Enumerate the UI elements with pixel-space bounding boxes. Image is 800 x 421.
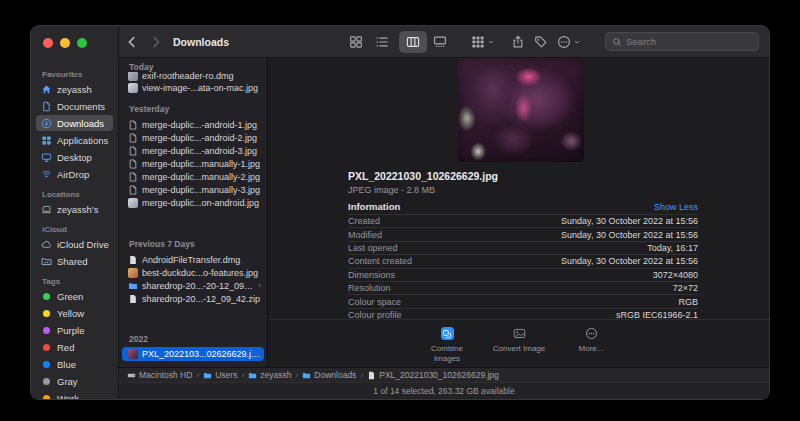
info-row-last-opened: Last openedToday, 16:17: [348, 241, 698, 254]
file-row[interactable]: merge-duplic...manually-1.jpg: [122, 157, 264, 170]
sidebar-item-documents[interactable]: Documents: [36, 98, 113, 114]
chevron-down-icon: [573, 38, 581, 46]
group-header-today: Today: [119, 63, 267, 72]
file-row[interactable]: best-duckduc...o-features.jpg: [122, 266, 264, 279]
desktop-icon: [41, 152, 52, 163]
tag-button[interactable]: [534, 35, 548, 49]
sidebar-item-label: AirDrop: [57, 169, 89, 180]
file-row-selected[interactable]: PXL_2022103...02626629.jpg: [122, 347, 264, 361]
status-text: 1 of 14 selected, 263.32 GB available: [373, 386, 514, 396]
sidebar-tag-work[interactable]: Work: [36, 390, 113, 400]
document-page-icon: [128, 159, 138, 169]
file-row[interactable]: sharedrop-20...-20-12_09_42 ›: [122, 279, 264, 292]
document-page-icon: [128, 172, 138, 182]
grid-view-button[interactable]: [349, 35, 363, 49]
image-thumbnail: [128, 198, 138, 208]
more-actions-button[interactable]: [557, 35, 581, 49]
combine-images-button[interactable]: Combine Images: [419, 327, 475, 367]
image-thumbnail: [128, 72, 138, 81]
file-row[interactable]: merge-duplic...-android-1.jpg: [122, 118, 264, 131]
tag-color-dot: [43, 361, 50, 368]
sidebar-item-label: iCloud Drive: [57, 239, 109, 250]
folder-icon: [203, 371, 212, 380]
path-bar: Macintosh HD › Users › zeyassh › Downloa…: [119, 367, 769, 382]
minimize-button[interactable]: [60, 38, 70, 48]
toolbar: Downloads: [119, 26, 769, 58]
convert-image-button[interactable]: Convert Image: [491, 327, 547, 367]
sidebar-tag-purple[interactable]: Purple: [36, 322, 113, 338]
file-row[interactable]: merge-duplic...-android-3.jpg: [122, 144, 264, 157]
info-row-dimensions: Dimensions3072×4080: [348, 268, 698, 281]
sidebar-item-shared[interactable]: Shared: [36, 253, 113, 269]
back-button[interactable]: [125, 35, 139, 49]
file-row[interactable]: AndroidFileTransfer.dmg: [122, 253, 264, 266]
document-page-icon: [128, 133, 138, 143]
document-page-icon: [128, 120, 138, 130]
sidebar-item-desktop[interactable]: Desktop: [36, 149, 113, 165]
tag-label: Work: [57, 393, 79, 401]
more-quick-action-button[interactable]: More...: [563, 327, 619, 367]
folder-icon: [128, 281, 138, 291]
file-row[interactable]: sharedrop-20...-12_09_42.zip: [122, 292, 264, 305]
path-item-macintosh-hd[interactable]: Macintosh HD: [127, 370, 192, 380]
file-row[interactable]: merge-duplic...manually-3.jpg: [122, 183, 264, 196]
tag-color-dot: [43, 327, 50, 334]
sidebar-tag-blue[interactable]: Blue: [36, 356, 113, 372]
group-button[interactable]: [471, 35, 495, 49]
sidebar-tag-yellow[interactable]: Yellow: [36, 305, 113, 321]
sidebar-section-locations: Locations: [36, 190, 113, 200]
convert-image-icon: [513, 327, 526, 340]
file-row[interactable]: merge-duplic...-android-2.jpg: [122, 131, 264, 144]
group-header-previous-7-days: Previous 7 Days: [119, 240, 267, 249]
more-icon: [585, 327, 598, 340]
combine-images-icon: [441, 327, 454, 340]
forward-button[interactable]: [149, 35, 163, 49]
path-item-zeyassh[interactable]: zeyassh: [248, 370, 291, 380]
file-row[interactable]: view-image-...ata-on-mac.jpg: [122, 81, 264, 94]
path-item-file[interactable]: PXL_20221030_102626629.jpg: [367, 370, 499, 380]
sidebar-item-label: Shared: [57, 256, 88, 267]
preview-image[interactable]: [458, 58, 584, 162]
gallery-view-button[interactable]: [433, 35, 447, 49]
zoom-button[interactable]: [77, 38, 87, 48]
sidebar-item-airdrop[interactable]: AirDrop: [36, 166, 113, 182]
sidebar-tag-gray[interactable]: Gray: [36, 373, 113, 389]
file-row[interactable]: merge-duplic...manually-2.jpg: [122, 170, 264, 183]
download-icon: [41, 118, 52, 129]
close-button[interactable]: [43, 38, 53, 48]
search-input[interactable]: [626, 36, 752, 47]
info-row-created: CreatedSunday, 30 October 2022 at 15:56: [348, 214, 698, 227]
list-view-button[interactable]: [375, 35, 389, 49]
show-less-link[interactable]: Show Less: [654, 202, 698, 212]
sidebar-item-downloads[interactable]: Downloads: [36, 115, 113, 131]
chevron-down-icon: [487, 38, 495, 46]
file-row[interactable]: exif-rootheader-ro.dmg: [122, 72, 264, 81]
tag-color-dot: [43, 395, 50, 401]
info-row-resolution: Resolution72×72: [348, 281, 698, 294]
sidebar-item-label: Downloads: [57, 118, 104, 129]
tag-color-dot: [43, 344, 50, 351]
path-separator: ›: [196, 370, 199, 380]
tag-color-dot: [43, 310, 50, 317]
document-page-icon: [128, 294, 138, 304]
column-view-button[interactable]: [399, 31, 427, 53]
sidebar-item-zeyasshs-mac[interactable]: zeyassh's: [36, 201, 113, 217]
folder-icon: [248, 371, 257, 380]
path-item-downloads[interactable]: Downloads: [302, 370, 356, 380]
group-header-2022: 2022: [119, 335, 267, 344]
home-icon: [41, 84, 52, 95]
file-icon: [367, 371, 376, 380]
sidebar-item-label: zeyassh's: [57, 204, 98, 215]
share-button[interactable]: [511, 35, 525, 49]
applications-icon: [41, 135, 52, 146]
file-row[interactable]: merge-duplic...on-android.jpg: [122, 196, 264, 209]
path-item-users[interactable]: Users: [203, 370, 237, 380]
search-field[interactable]: [605, 32, 759, 51]
sidebar-tag-red[interactable]: Red: [36, 339, 113, 355]
sidebar-tag-green[interactable]: Green: [36, 288, 113, 304]
airdrop-icon: [41, 169, 52, 180]
traffic-lights: [43, 38, 87, 48]
sidebar-item-zeyassh[interactable]: zeyassh: [36, 81, 113, 97]
sidebar-item-applications[interactable]: Applications: [36, 132, 113, 148]
sidebar-item-icloud-drive[interactable]: iCloud Drive: [36, 236, 113, 252]
